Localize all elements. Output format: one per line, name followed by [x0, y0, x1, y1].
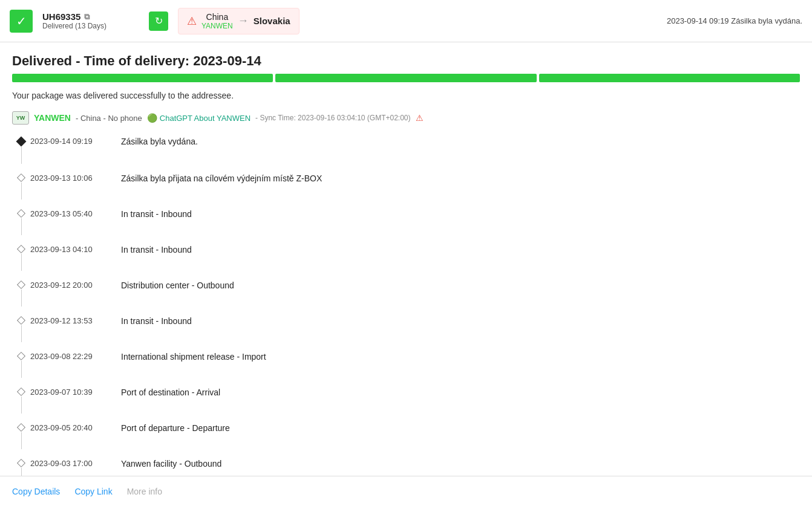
- event-timeline: [12, 246, 30, 271]
- event-dot-empty: [17, 352, 25, 360]
- event-connector-line: [21, 183, 22, 199]
- bottom-bar: Copy Details Copy Link More info: [0, 476, 812, 506]
- event-row: 2023-09-08 22:29International shipment r…: [12, 347, 800, 383]
- more-info-label: More info: [127, 487, 162, 496]
- event-connector-line: [21, 254, 22, 271]
- event-datetime: 2023-09-14 09:19: [30, 137, 121, 146]
- event-connector-line: [21, 325, 22, 342]
- event-timeline: [12, 282, 30, 307]
- header-row: ✓ UH69335 ⧉ Delivered (13 Days) ↻ ⚠ Chin…: [0, 0, 812, 42]
- copy-tracking-icon[interactable]: ⧉: [84, 12, 90, 22]
- event-dot-empty: [17, 388, 25, 396]
- event-connector-line: [21, 147, 22, 164]
- event-row: 2023-09-12 20:00Distribution center - Ou…: [12, 276, 800, 311]
- status-badge: ✓: [10, 10, 33, 33]
- event-description: In transit - Inbound: [121, 209, 192, 219]
- event-datetime: 2023-09-13 05:40: [30, 209, 121, 218]
- copy-details-button[interactable]: Copy Details: [12, 487, 60, 496]
- event-description: Distribution center - Outbound: [121, 281, 234, 290]
- event-connector-line: [21, 218, 22, 235]
- route-origin: China YANWEN: [201, 12, 233, 30]
- event-datetime: 2023-09-13 10:06: [30, 174, 121, 183]
- event-timeline: [12, 138, 30, 164]
- event-row: 2023-09-05 20:40Port of departure - Depa…: [12, 418, 800, 454]
- chatgpt-link[interactable]: 🟢 ChatGPT About YANWEN: [147, 113, 250, 123]
- event-connector-line: [21, 290, 22, 307]
- tracking-info: UH69335 ⧉ Delivered (13 Days): [42, 11, 139, 30]
- event-timeline: [12, 317, 30, 342]
- delivery-title: Delivered - Time of delivery: 2023-09-14: [12, 53, 800, 69]
- tracking-number-text: UH69335: [42, 11, 80, 22]
- event-row: 2023-09-13 10:06Zásilka byla přijata na …: [12, 169, 800, 204]
- event-timeline: [12, 389, 30, 414]
- events-section: 2023-09-14 09:19Zásilka byla vydána.2023…: [0, 132, 812, 506]
- warning-icon: ⚠: [187, 15, 197, 28]
- event-datetime: 2023-09-12 13:53: [30, 316, 121, 325]
- event-description: Yanwen facility - Outbound: [121, 459, 221, 469]
- delivery-title-section: Delivered - Time of delivery: 2023-09-14: [0, 42, 812, 74]
- event-connector-line: [21, 361, 22, 378]
- event-dot-empty: [17, 174, 25, 182]
- route-carrier: YANWEN: [201, 22, 233, 30]
- carrier-warning-icon: ⚠: [416, 113, 424, 123]
- event-dot-empty: [17, 459, 25, 467]
- tracking-status: Delivered (13 Days): [42, 22, 139, 30]
- event-row: 2023-09-07 10:39Port of destination - Ar…: [12, 383, 800, 418]
- event-datetime: 2023-09-13 04:10: [30, 245, 121, 254]
- event-dot-empty: [17, 316, 25, 325]
- progress-segment-2: [275, 74, 536, 82]
- chatgpt-logo-icon: 🟢: [147, 113, 157, 123]
- route-arrow-icon: →: [238, 15, 249, 27]
- event-description: In transit - Inbound: [121, 316, 192, 326]
- event-connector-line: [21, 432, 22, 449]
- event-datetime: 2023-09-08 22:29: [30, 352, 121, 361]
- event-description: Port of destination - Arrival: [121, 388, 220, 397]
- event-datetime: 2023-09-05 20:40: [30, 423, 121, 432]
- event-dot-empty: [17, 245, 25, 253]
- delivered-message: Your package was delivered successfully …: [0, 82, 812, 106]
- progress-segment-3: [539, 74, 800, 82]
- event-timeline: [12, 353, 30, 378]
- event-description: International shipment release - Import: [121, 352, 266, 362]
- event-datetime: 2023-09-07 10:39: [30, 388, 121, 397]
- event-row: 2023-09-13 05:40In transit - Inbound: [12, 204, 800, 240]
- route-origin-country: China: [206, 12, 229, 22]
- chatgpt-link-label: ChatGPT About YANWEN: [160, 114, 250, 123]
- event-row: 2023-09-14 09:19Zásilka byla vydána.: [12, 132, 800, 169]
- event-description: Zásilka byla vydána.: [121, 137, 198, 146]
- last-update-text: 2023-09-14 09:19 Zásilka byla vydána.: [667, 16, 802, 25]
- event-dot-empty: [17, 209, 25, 218]
- event-row: 2023-09-12 13:53In transit - Inbound: [12, 311, 800, 347]
- event-description: Port of departure - Departure: [121, 423, 230, 433]
- refresh-button[interactable]: ↻: [149, 11, 168, 31]
- event-dot-empty: [17, 423, 25, 432]
- sync-time: - Sync Time: 2023-09-16 03:04:10 (GMT+02…: [255, 114, 410, 122]
- event-dot-filled: [16, 137, 27, 147]
- carrier-logo: YW: [12, 111, 29, 125]
- event-connector-line: [21, 397, 22, 414]
- event-timeline: [12, 210, 30, 235]
- event-datetime: 2023-09-03 17:00: [30, 459, 121, 468]
- tracking-number-row: UH69335 ⧉: [42, 11, 139, 22]
- event-timeline: [12, 175, 30, 199]
- carrier-detail: - China - No phone: [76, 114, 142, 123]
- progress-segment-1: [12, 74, 273, 82]
- event-row: 2023-09-13 04:10In transit - Inbound: [12, 240, 800, 276]
- event-dot-empty: [17, 281, 25, 289]
- event-description: Zásilka byla přijata na cílovém výdejním…: [121, 174, 322, 183]
- event-timeline: [12, 424, 30, 449]
- route-section: ⚠ China YANWEN → Slovakia: [178, 8, 300, 34]
- carrier-name: YANWEN: [34, 113, 71, 123]
- route-destination: Slovakia: [254, 16, 290, 26]
- event-datetime: 2023-09-12 20:00: [30, 281, 121, 290]
- progress-bar: [12, 74, 800, 82]
- carrier-info-row: YW YANWEN - China - No phone 🟢 ChatGPT A…: [0, 106, 812, 132]
- copy-link-button[interactable]: Copy Link: [74, 487, 112, 496]
- event-description: In transit - Inbound: [121, 245, 192, 255]
